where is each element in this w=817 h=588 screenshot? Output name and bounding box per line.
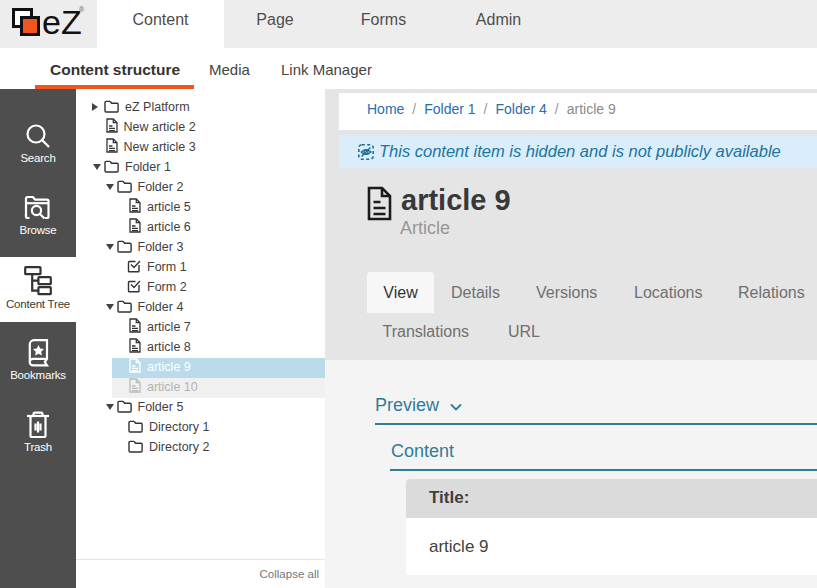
svg-text:eZ: eZ bbox=[42, 6, 82, 41]
svg-text:®: ® bbox=[79, 6, 85, 13]
